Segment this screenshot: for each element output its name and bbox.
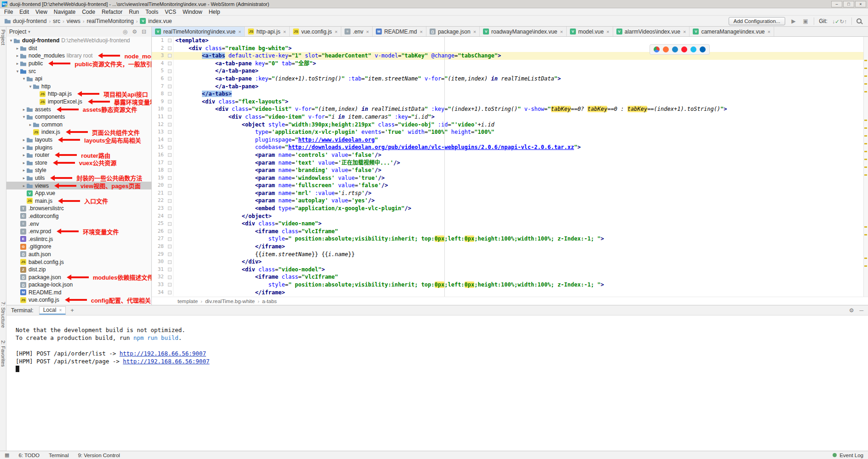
code-line[interactable]: 20 <param name='fullscreen' value='false… — [152, 182, 868, 189]
tree-item-readme-md[interactable]: MREADME.md — [6, 289, 151, 297]
editor-breadcrumb-item[interactable]: a-tabs — [262, 298, 277, 304]
tree-item--env[interactable]: ≡.env — [6, 220, 151, 228]
maximize-button[interactable]: □ — [843, 1, 854, 7]
tab-close-icon[interactable]: × — [683, 29, 686, 34]
code-line[interactable]: 28 </iframe> — [152, 243, 868, 251]
run-button[interactable]: ▶ — [790, 18, 797, 24]
menu-refactor[interactable]: Refactor — [98, 8, 126, 16]
add-configuration-button[interactable]: Add Configuration... — [729, 17, 786, 25]
tree-item-main-js[interactable]: JSmain.js入口文件 — [6, 197, 151, 205]
editor-tab-model-vue[interactable]: Vmodel.vue× — [567, 27, 613, 36]
code-line[interactable]: 24 </object> — [152, 212, 868, 220]
tree-item-assets[interactable]: ▸assetsassets静态资源文件 — [6, 105, 151, 113]
editor-tab-alarmvideos-index-vue[interactable]: ValarmVideos\index.vue× — [613, 27, 690, 36]
code-line[interactable]: 21 <param name='mrl' :value='i.rtsp'/> — [152, 189, 868, 197]
ie-browser-icon[interactable] — [690, 46, 696, 52]
tab-close-icon[interactable]: × — [283, 29, 286, 34]
tree-item-utils[interactable]: ▸utils封装的一些公共函数方法 — [6, 174, 151, 182]
editor-code-area[interactable]: 1<template>2 <div class="realTime bg-whi… — [152, 37, 868, 297]
tree-item-app-vue[interactable]: VApp.vue — [6, 189, 151, 197]
collapse-all-icon[interactable]: ⊟ — [139, 29, 149, 35]
tree-expand-icon[interactable]: ▾ — [21, 115, 27, 119]
code-line[interactable]: 12 <object style="width:390px;height:219… — [152, 121, 868, 129]
tree-item-package-lock-json[interactable]: {}package-lock.json — [6, 281, 151, 289]
terminal-tab-local[interactable]: Local × — [39, 306, 66, 315]
tool-windows-toggle-icon[interactable]: ▦ — [5, 452, 9, 458]
menu-vcs[interactable]: VCS — [161, 8, 179, 16]
editor-breadcrumb-item[interactable]: div.realTime.bg-white — [205, 298, 255, 304]
tool-button-favorites[interactable]: 2: Favorites — [0, 340, 6, 367]
safari-browser-icon[interactable] — [672, 46, 678, 52]
tab-close-icon[interactable]: × — [335, 29, 338, 34]
menu-run[interactable]: Run — [126, 8, 142, 16]
tree-item-layouts[interactable]: ▸layoutslayouts全局布局相关 — [6, 136, 151, 144]
tab-close-icon[interactable]: × — [560, 29, 563, 34]
code-line[interactable]: 19 <param name='windowless' value='true'… — [152, 174, 868, 182]
project-header-title[interactable]: Project — [9, 29, 26, 35]
menu-help[interactable]: Help — [206, 8, 224, 16]
menu-code[interactable]: Code — [79, 8, 98, 16]
tab-close-icon[interactable]: × — [366, 29, 369, 34]
tree-item-common[interactable]: ▸common — [6, 121, 151, 129]
code-line[interactable]: 27 style=" position:absolute;visibility:… — [152, 235, 868, 243]
tab-close-icon[interactable]: × — [473, 29, 476, 34]
code-hyperlink[interactable]: http://downloads.videolan.org/pub/videol… — [288, 144, 574, 150]
tree-item--eslintrc-js[interactable]: E.eslintrc.js — [6, 235, 151, 243]
code-line[interactable]: 22 <param name='autoplay' value='yes'/> — [152, 197, 868, 205]
chevron-down-icon[interactable]: ▾ — [28, 29, 30, 34]
code-line[interactable]: 32 <iframe class="vlcIframe" — [152, 273, 868, 281]
tree-expand-icon[interactable]: ▸ — [15, 61, 20, 66]
editor-tab-readme-md[interactable]: MREADME.md× — [373, 27, 426, 36]
git-push-icon[interactable]: ↑ — [844, 18, 847, 25]
tree-item-public[interactable]: ▸publicpublic资源文件夹，一般放引用的第三方插件 — [6, 60, 151, 68]
opera-browser-icon[interactable] — [681, 46, 687, 52]
git-commit-icon[interactable]: ✓ — [835, 18, 839, 25]
tab-close-icon[interactable]: × — [238, 29, 241, 34]
edge-browser-icon[interactable] — [700, 46, 706, 52]
code-line[interactable]: 14 pluginspage="http://www.videolan.org" — [152, 136, 868, 144]
tree-expand-icon[interactable]: ▸ — [21, 107, 27, 112]
tree-item-index-js[interactable]: JSindex.js页面公共组件文件 — [6, 128, 151, 136]
editor-tab-package-json[interactable]: {}package.json× — [426, 27, 480, 36]
terminal-link[interactable]: http://192.168.66.56:9007 — [120, 350, 206, 357]
tree-item-importexcel-js[interactable]: JSimportExcel.js暴露环境变量地址给图片or视频资源路径变量使用 — [6, 98, 151, 106]
status-item-9-version-control[interactable]: 9: Version Control — [78, 453, 120, 458]
tree-expand-icon[interactable]: ▸ — [15, 53, 20, 58]
status-item-6-todo[interactable]: 6: TODO — [18, 453, 40, 458]
code-line[interactable]: 5 </a-tab-pane> — [152, 67, 868, 75]
close-button[interactable]: × — [855, 1, 866, 7]
tree-expand-icon[interactable]: ▾ — [21, 76, 27, 81]
search-everywhere-icon[interactable] — [857, 18, 862, 23]
editor-tab-cameramanage-index-vue[interactable]: VcameraManage\index.vue× — [690, 27, 774, 36]
code-line[interactable]: 23 <embed type="application/x-google-vlc… — [152, 205, 868, 212]
tree-item-node-modules[interactable]: ▸node_moduleslibrary rootnode_modules依赖 — [6, 52, 151, 60]
breadcrumb-item-realtimemonitoring[interactable]: realTimeMonitoring — [86, 18, 134, 24]
code-line[interactable]: 15 codebase="http://downloads.videolan.o… — [152, 143, 868, 151]
breadcrumb-item-views[interactable]: views — [66, 18, 81, 24]
tree-expand-icon[interactable]: ▾ — [8, 38, 14, 43]
tree-item-views[interactable]: ▸viewsview视图、pages页面 — [6, 182, 151, 189]
tree-item-auth-json[interactable]: {}auth.json — [6, 251, 151, 258]
tree-item-package-json[interactable]: {}package.jsonmodules依赖描述文件 — [6, 273, 151, 281]
new-terminal-button[interactable]: + — [70, 307, 74, 314]
tree-expand-icon[interactable]: ▸ — [15, 46, 20, 51]
settings-gear-icon[interactable]: ⚙ — [130, 29, 139, 35]
tree-expand-icon[interactable]: ▸ — [21, 138, 27, 142]
terminal-link[interactable]: http://192.168.66.56:9007 — [123, 358, 209, 365]
code-line[interactable]: 3 <a-tabs default-active-key="1" slot="h… — [152, 52, 868, 60]
menu-edit[interactable]: Edit — [16, 8, 32, 16]
tree-item--editorconfig[interactable]: C.editorconfig — [6, 212, 151, 220]
tree-expand-icon[interactable]: ▸ — [21, 145, 27, 150]
editor-tab-http-api-js[interactable]: JShttp-api.js× — [245, 27, 289, 36]
menu-tools[interactable]: Tools — [142, 8, 161, 16]
tree-item--gitignore[interactable]: G.gitignore — [6, 243, 151, 251]
firefox-browser-icon[interactable] — [663, 46, 669, 52]
code-line[interactable]: 17 <param name='text' value='正在加载视频中...'… — [152, 159, 868, 167]
tree-item-src[interactable]: ▾src — [6, 67, 151, 75]
code-line[interactable]: 26 <iframe class="vlcIframe" — [152, 228, 868, 235]
minimize-button[interactable]: – — [831, 1, 842, 7]
breadcrumb-item-src[interactable]: src — [52, 18, 61, 24]
tree-item-plugins[interactable]: ▸plugins — [6, 143, 151, 151]
code-line[interactable]: 9 <div class="flex-layouts"> — [152, 98, 868, 106]
tree-item-router[interactable]: ▸routerrouter路由 — [6, 151, 151, 159]
